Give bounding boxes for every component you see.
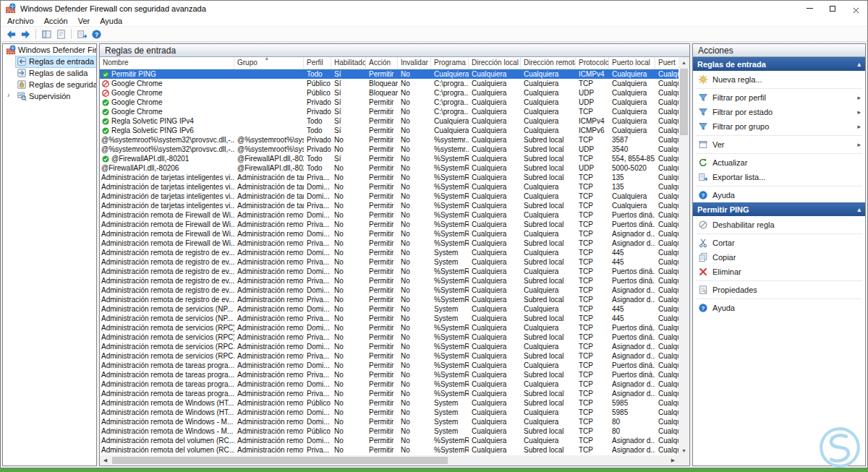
rule-row-administracion-remota-de-servicios-rpc[interactable]: Administración remota de servicios (RPC.… xyxy=(100,342,678,351)
rule-row-administracion-remota-de-registro-de-ev[interactable]: Administración remota de registro de ev.… xyxy=(100,276,678,286)
scroll-right-icon[interactable]: ▶ xyxy=(668,455,678,465)
action-filtrar-por-estado[interactable]: Filtrar por estado▸ xyxy=(693,105,865,119)
rule-row-google-chrome[interactable]: Google ChromePúblicoSíBloquearNoC:\progr… xyxy=(100,79,678,88)
tree-item-supervision[interactable]: ›Supervisión xyxy=(3,90,96,102)
rule-cell: C:\progra... xyxy=(431,107,469,116)
rule-row-administracion-de-tarjetas-inteligentes-[interactable]: Administración de tarjetas inteligentes … xyxy=(100,192,678,201)
tree-item-reglas-de-entrada[interactable]: Reglas de entrada xyxy=(3,56,96,67)
scroll-down-icon[interactable]: ▼ xyxy=(678,445,689,455)
rule-row-firewallapi-dll-80206[interactable]: @FirewallAPI.dll,-80206@FirewallAPI.dll,… xyxy=(100,163,678,173)
action-ver[interactable]: Ver▸ xyxy=(693,137,865,152)
rule-row-administracion-remota-de-servicios-rpc[interactable]: Administración remota de servicios (RPC)… xyxy=(100,323,678,332)
column-header-puert[interactable]: Puert xyxy=(655,57,678,69)
action-cortar[interactable]: Cortar xyxy=(693,236,865,250)
maximize-button[interactable] xyxy=(821,1,844,16)
rule-row-google-chrome[interactable]: Google ChromePrivadoSíPermitirNoC:\progr… xyxy=(100,107,678,116)
column-header-invalidar[interactable]: Invalidar xyxy=(398,57,431,69)
rule-row-regla-solvetic-ping-ipv4[interactable]: Regla Solvetic PING IPv4TodoSíPermitirNo… xyxy=(100,116,678,126)
action-copiar[interactable]: Copiar xyxy=(693,250,865,265)
column-header-programa[interactable]: Programa xyxy=(431,57,469,69)
tree-item-reglas-de-salida[interactable]: Reglas de salida xyxy=(3,67,96,79)
rule-row-administracion-de-tarjetas-inteligentes-[interactable]: Administración de tarjetas inteligentes … xyxy=(100,201,678,210)
document-icon[interactable] xyxy=(54,27,68,40)
action-ayuda[interactable]: ?Ayuda xyxy=(693,301,865,315)
rule-row-administracion-remota-de-firewall-de-wi[interactable]: Administración remota de Firewall de Wi.… xyxy=(100,220,678,229)
rule-row-administracion-remota-de-firewall-de-wi[interactable]: Administración remota de Firewall de Wi.… xyxy=(100,210,678,220)
rule-row-administracion-remota-de-firewall-de-wi[interactable]: Administración remota de Firewall de Wi.… xyxy=(100,229,678,239)
console-tree-icon[interactable] xyxy=(39,27,54,40)
rule-row-permitir-ping[interactable]: Permitir PINGTodoSíPermitirNoCualquieraC… xyxy=(100,69,678,79)
action-ayuda[interactable]: ?Ayuda xyxy=(693,188,865,202)
column-header-direccion-remota[interactable]: Dirección remota xyxy=(521,57,576,69)
menu-archivo[interactable]: Archivo xyxy=(2,17,39,25)
rule-row-regla-solvetic-ping-ipv6[interactable]: Regla Solvetic PING IPv6TodoSíPermitirNo… xyxy=(100,126,678,135)
action-exportar-lista[interactable]: Exportar lista... xyxy=(693,170,865,184)
column-header-accion[interactable]: Acción xyxy=(366,57,398,69)
rule-row-google-chrome[interactable]: Google ChromePúblicoSíBloquearNoC:\progr… xyxy=(100,88,678,98)
rule-row-administracion-de-tarjetas-inteligentes-[interactable]: Administración de tarjetas inteligentes … xyxy=(100,182,678,192)
rule-row-administracion-remota-de-servicios-np[interactable]: Administración remota de servicios (NP..… xyxy=(100,314,678,323)
rule-row-firewallapi-dll-80201[interactable]: @FirewallAPI.dll,-80201@FirewallAPI.dll,… xyxy=(100,154,678,163)
menu-ayuda[interactable]: Ayuda xyxy=(95,17,127,25)
rule-row-administracion-remota-de-registro-de-ev[interactable]: Administración remota de registro de ev.… xyxy=(100,267,678,276)
actions-section-header-permitir-ping[interactable]: Permitir PING▴ xyxy=(693,202,865,216)
rule-row-administracion-remota-de-windows-m[interactable]: Administración remota de Windows - M...A… xyxy=(100,417,678,426)
rule-row-administracion-remota-de-tareas-progra[interactable]: Administración remota de tareas progra..… xyxy=(100,370,678,379)
rule-row-administracion-remota-de-tareas-progra[interactable]: Administración remota de tareas progra..… xyxy=(100,379,678,389)
rule-row-administracion-remota-de-registro-de-ev[interactable]: Administración remota de registro de ev.… xyxy=(100,295,678,304)
action-eliminar[interactable]: Eliminar xyxy=(693,265,865,279)
menu-ver[interactable]: Ver xyxy=(73,17,95,25)
menu-accion[interactable]: Acción xyxy=(39,17,73,25)
rule-row-administracion-remota-de-servicios-rpc[interactable]: Administración remota de servicios (RPC.… xyxy=(100,351,678,361)
vertical-scrollbar[interactable]: ▲ ▼ xyxy=(678,57,689,455)
column-header-grupo[interactable]: Grupo▴ xyxy=(234,57,304,69)
rule-row-administracion-remota-de-servicios-np[interactable]: Administración remota de servicios (NP..… xyxy=(100,304,678,314)
minimize-button[interactable] xyxy=(798,1,821,16)
actions-section-header-reglas-de-entrada[interactable]: Reglas de entrada▴ xyxy=(693,57,865,71)
help-icon[interactable]: ? xyxy=(89,27,103,40)
rule-row-administracion-remota-de-registro-de-ev[interactable]: Administración remota de registro de ev.… xyxy=(100,248,678,257)
column-header-puerto-local[interactable]: Puerto local xyxy=(609,57,655,69)
forward-arrow-icon[interactable] xyxy=(18,27,33,40)
scroll-up-icon[interactable]: ▲ xyxy=(678,57,689,67)
action-nueva-regla[interactable]: Nueva regla... xyxy=(693,72,865,87)
rule-cell: No xyxy=(331,379,366,389)
rule-row-administracion-remota-de-firewall-de-wi[interactable]: Administración remota de Firewall de Wi.… xyxy=(100,239,678,248)
column-header-nombre[interactable]: Nombre xyxy=(100,57,234,69)
rule-row-administracion-remota-de-windows-m[interactable]: Administración remota de Windows - M...A… xyxy=(100,426,678,436)
export-list-icon[interactable] xyxy=(75,27,89,40)
action-propiedades[interactable]: Propiedades xyxy=(693,283,865,297)
rule-row-administracion-remota-de-windows-ht[interactable]: Administración remota de Windows (HT...A… xyxy=(100,398,678,408)
horizontal-scroll-thumb[interactable] xyxy=(112,457,448,464)
column-header-perfil[interactable]: Perfil xyxy=(304,57,331,69)
column-header-protocolo[interactable]: Protocolo xyxy=(576,57,609,69)
rule-row-systemroot-system32-provsvc-dll[interactable]: @%systemroot%\system32\provsvc.dll,-...@… xyxy=(100,135,678,145)
rule-row-administracion-remota-del-volumen-rc[interactable]: Administración remota del volumen (RC...… xyxy=(100,436,678,445)
column-header-direccion-local[interactable]: Dirección local xyxy=(469,57,521,69)
rule-row-administracion-remota-de-registro-de-ev[interactable]: Administración remota de registro de ev.… xyxy=(100,286,678,295)
collapse-section-icon[interactable]: ▴ xyxy=(857,61,861,68)
scroll-left-icon[interactable]: ◀ xyxy=(100,455,111,465)
collapse-section-icon[interactable]: ▴ xyxy=(857,206,861,213)
rule-row-administracion-de-tarjetas-inteligentes-[interactable]: Administración de tarjetas inteligentes … xyxy=(100,173,678,182)
action-filtrar-por-perfil[interactable]: Filtrar por perfil▸ xyxy=(693,90,865,105)
close-button[interactable] xyxy=(844,1,867,16)
rule-row-administracion-remota-de-tareas-progra[interactable]: Administración remota de tareas progra..… xyxy=(100,389,678,398)
rule-row-administracion-remota-de-windows-ht[interactable]: Administración remota de Windows (HT...A… xyxy=(100,408,678,417)
expand-chevron-icon[interactable]: › xyxy=(7,91,9,99)
rule-row-administracion-remota-del-volumen-rc[interactable]: Administración remota del volumen (RC...… xyxy=(100,445,678,455)
tree-root-windows-defender-firewall-con[interactable]: Windows Defender Firewall con xyxy=(3,44,96,56)
column-header-habilitado[interactable]: Habilitado xyxy=(331,57,366,69)
rule-row-systemroot-system32-provsvc-dll[interactable]: @%systemroot%\system32\provsvc.dll,-...@… xyxy=(100,145,678,154)
action-actualizar[interactable]: Actualizar xyxy=(693,155,865,170)
action-deshabilitar-regla[interactable]: Deshabilitar regla xyxy=(693,218,865,232)
rule-row-google-chrome[interactable]: Google ChromePrivadoSíPermitirNoC:\progr… xyxy=(100,98,678,107)
rule-row-administracion-remota-de-servicios-rpc[interactable]: Administración remota de servicios (RPC)… xyxy=(100,332,678,342)
tree-item-reglas-de-seguridad-de-con[interactable]: Reglas de seguridad de con xyxy=(3,79,96,90)
rule-row-administracion-remota-de-tareas-progra[interactable]: Administración remota de tareas progra..… xyxy=(100,361,678,370)
vertical-scroll-thumb[interactable] xyxy=(680,69,688,135)
rule-row-administracion-remota-de-registro-de-ev[interactable]: Administración remota de registro de ev.… xyxy=(100,257,678,267)
back-arrow-icon[interactable] xyxy=(4,27,18,40)
horizontal-scrollbar[interactable]: ◀ ▶ xyxy=(100,455,678,465)
action-filtrar-por-grupo[interactable]: Filtrar por grupo▸ xyxy=(693,119,865,134)
